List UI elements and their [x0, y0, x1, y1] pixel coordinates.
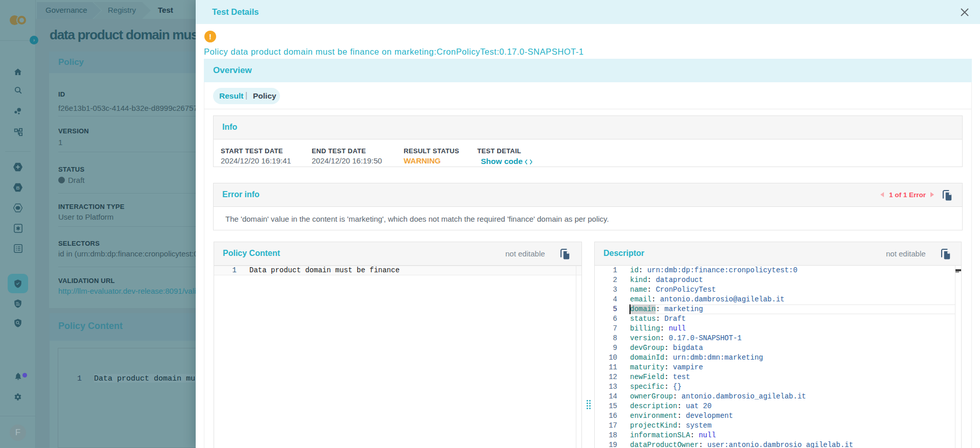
svg-text:B: B: [16, 185, 19, 191]
